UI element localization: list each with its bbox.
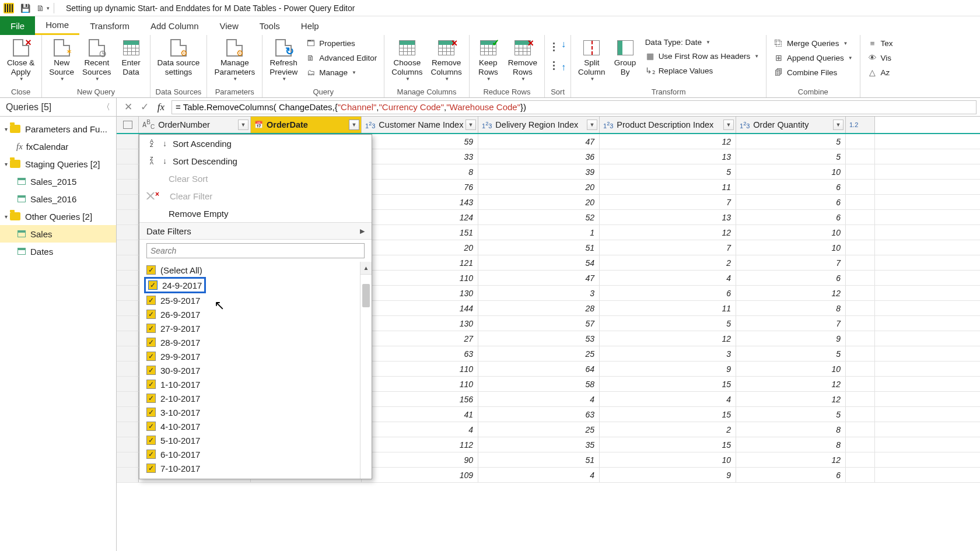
azure-ml-button[interactable]: △Az [865, 66, 895, 79]
cell[interactable]: 12 [600, 225, 736, 240]
cell[interactable]: 25 [478, 422, 600, 437]
cell[interactable]: 109 [362, 468, 478, 482]
cell[interactable]: 10 [600, 452, 736, 467]
cell[interactable]: 144 [362, 301, 478, 315]
checkbox-icon[interactable]: ✓ [146, 408, 156, 417]
filter-value-item[interactable]: ✓6-10-2017 [146, 447, 360, 461]
replace-values-button[interactable]: ↳₂Replace Values [643, 64, 761, 77]
cell[interactable] [846, 346, 875, 361]
qat-save-icon[interactable]: 💾 [19, 2, 31, 14]
manage-button[interactable]: 🗂Manage▼ [303, 66, 379, 79]
remove-empty-button[interactable]: Remove Empty [139, 205, 372, 222]
cell[interactable] [846, 195, 875, 209]
cell[interactable]: 5 [600, 316, 736, 331]
clear-filter-button[interactable]: Clear Filter [139, 187, 372, 205]
filter-value-item[interactable]: ✓28-9-2017 [146, 335, 360, 349]
cell[interactable]: 110 [362, 377, 478, 391]
cell[interactable]: 10 [736, 164, 846, 179]
cell[interactable] [846, 286, 875, 300]
cell[interactable]: 8 [362, 164, 478, 179]
tab-home[interactable]: Home [35, 16, 79, 35]
date-filters-button[interactable]: Date Filters▶ [139, 222, 372, 240]
filter-value-item[interactable]: ✓26-9-2017 [146, 307, 360, 321]
column-filter-button[interactable]: ▼ [466, 120, 476, 130]
cell[interactable]: 12 [600, 331, 736, 346]
cell[interactable] [846, 407, 875, 422]
cell[interactable]: 8 [736, 301, 846, 315]
filter-value-item[interactable]: ✓29-9-2017 [146, 349, 360, 363]
cell[interactable]: 12 [736, 377, 846, 391]
cell[interactable]: 12 [600, 134, 736, 149]
commit-formula-icon[interactable]: ✓ [136, 100, 153, 114]
group-by-button[interactable]: Group By [611, 37, 639, 78]
cell[interactable]: 25 [478, 346, 600, 361]
filter-value-item[interactable]: ✓2-10-2017 [146, 391, 360, 405]
close-apply-button[interactable]: Close & Apply▼ [5, 37, 37, 83]
cell[interactable]: 1 [478, 225, 600, 240]
checkbox-icon[interactable]: ✓ [146, 265, 156, 275]
new-source-button[interactable]: New Source▼ [47, 37, 76, 83]
cell[interactable]: 110 [362, 362, 478, 376]
cell[interactable]: 4 [600, 271, 736, 285]
cell[interactable]: 121 [362, 255, 478, 270]
cell[interactable]: 10 [736, 240, 846, 255]
cell[interactable]: 63 [478, 407, 600, 422]
cell[interactable]: 7 [736, 255, 846, 270]
checkbox-icon[interactable]: ✓ [148, 280, 158, 290]
cell[interactable]: 15 [600, 407, 736, 422]
checkbox-icon[interactable]: ✓ [146, 394, 156, 403]
recent-sources-button[interactable]: Recent Sources▼ [80, 37, 114, 83]
cell[interactable]: 151 [362, 225, 478, 240]
cell[interactable]: 6 [736, 468, 846, 482]
collapse-pane-icon[interactable]: 〈 [102, 102, 110, 113]
cell[interactable]: 130 [362, 316, 478, 331]
cell[interactable]: 124 [362, 210, 478, 224]
cell[interactable] [846, 392, 875, 406]
cell[interactable]: 7 [736, 316, 846, 331]
checkbox-icon[interactable]: ✓ [146, 352, 156, 361]
cell[interactable]: 33 [362, 149, 478, 164]
text-analytics-button[interactable]: ≡Tex [865, 37, 895, 50]
cell[interactable] [846, 362, 875, 376]
cell[interactable]: 15 [600, 437, 736, 452]
cell[interactable]: 64 [478, 362, 600, 376]
tab-file[interactable]: File [0, 16, 35, 35]
refresh-preview-button[interactable]: Refresh Preview▼ [267, 37, 300, 83]
cell[interactable]: 12 [736, 392, 846, 406]
cell[interactable]: 5 [736, 134, 846, 149]
first-row-headers-button[interactable]: ▦Use First Row as Headers▼ [643, 50, 761, 62]
cell[interactable]: 63 [362, 346, 478, 361]
cell[interactable]: 20 [362, 240, 478, 255]
sort-ascending-button[interactable]: ↓Sort Ascending [139, 135, 372, 152]
checkbox-icon[interactable]: ✓ [146, 380, 156, 389]
cell[interactable]: 6 [736, 210, 846, 224]
formula-input[interactable]: = Table.RemoveColumns( ChangeDates,{ "Ch… [172, 100, 977, 114]
cell[interactable]: 6 [736, 180, 846, 194]
advanced-editor-button[interactable]: 🗎Advanced Editor [303, 51, 379, 64]
filter-value-item[interactable]: ✓24-9-2017 [144, 277, 206, 293]
cell[interactable]: 54 [478, 255, 600, 270]
tab-add-column[interactable]: Add Column [140, 16, 209, 35]
cell[interactable]: 51 [478, 240, 600, 255]
filter-select-all[interactable]: ✓(Select All) [146, 263, 360, 277]
cell[interactable] [846, 149, 875, 164]
cell[interactable] [846, 377, 875, 391]
cell[interactable]: 9 [600, 468, 736, 482]
append-queries-button[interactable]: ⊞Append Queries▼ [771, 51, 855, 64]
column-partial-header[interactable]: 1.2 [846, 117, 875, 133]
cell[interactable]: 59 [362, 134, 478, 149]
cell[interactable]: 5 [736, 407, 846, 422]
tab-transform[interactable]: Transform [79, 16, 140, 35]
tab-view[interactable]: View [209, 16, 249, 35]
cell[interactable]: 112 [362, 437, 478, 452]
filter-value-item[interactable]: ✓5-10-2017 [146, 433, 360, 447]
tab-tools[interactable]: Tools [249, 16, 290, 35]
cell[interactable]: 28 [478, 301, 600, 315]
cell[interactable] [846, 225, 875, 240]
properties-button[interactable]: 🗔Properties [303, 37, 379, 50]
cell[interactable]: 2 [600, 255, 736, 270]
column-order-qty-header[interactable]: 123 Order Quantity ▼ [736, 117, 846, 133]
cell[interactable]: 36 [478, 149, 600, 164]
merge-queries-button[interactable]: ⿻Merge Queries▼ [771, 37, 855, 50]
cell[interactable]: 6 [736, 271, 846, 285]
